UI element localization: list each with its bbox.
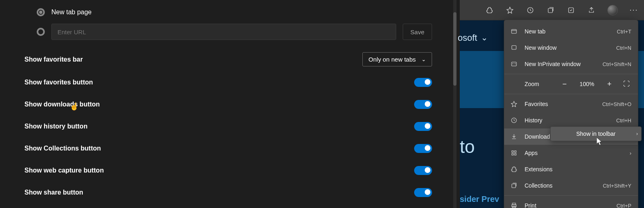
menu-print-label: Print [525, 202, 611, 208]
more-menu-button[interactable]: ··· [629, 6, 638, 15]
label-share-button: Show share button [24, 189, 83, 196]
radio-new-tab-label: New tab page [51, 9, 92, 16]
toggle-share-button[interactable] [414, 188, 432, 197]
profile-avatar[interactable] [607, 5, 618, 15]
svg-rect-3 [512, 29, 516, 33]
menu-collections-label: Collections [525, 182, 597, 189]
page-crumb-text: osoft [458, 33, 477, 43]
radio-new-tab-row[interactable]: New tab page [37, 8, 432, 16]
browser-chrome: ··· osoft ⌄ to sider Prev New tab Ctrl+T… [460, 0, 644, 208]
chevron-down-icon: ⌄ [421, 56, 426, 62]
print-icon [511, 202, 519, 208]
extensions-icon [511, 166, 519, 173]
svg-rect-4 [512, 46, 516, 49]
app-menu: New tab Ctrl+T New window Ctrl+N New InP… [504, 20, 638, 208]
menu-inprivate-window[interactable]: New InPrivate window Ctrl+Shift+N [504, 56, 638, 72]
share-icon[interactable] [587, 6, 596, 15]
svg-rect-14 [513, 206, 516, 208]
row-show-collections-button: Show Collections button [24, 142, 432, 155]
label-favorites-bar: Show favorites bar [24, 56, 83, 63]
radio-custom-url[interactable] [37, 28, 45, 36]
menu-collections-shortcut: Ctrl+Shift+Y [603, 183, 631, 189]
label-web-capture-button: Show web capture button [24, 167, 104, 174]
fullscreen-button[interactable]: ⛶ [622, 80, 631, 88]
row-show-favorites-bar: Show favorites bar Only on new tabs ⌄ [24, 52, 432, 66]
menu-history-shortcut: Ctrl+H [616, 117, 631, 124]
menu-separator [504, 195, 638, 196]
page-text-to: to [460, 137, 475, 157]
inprivate-icon [511, 61, 519, 67]
svg-rect-9 [512, 153, 514, 155]
menu-inprivate-shortcut: Ctrl+Shift+N [602, 61, 631, 67]
settings-panel: New tab page Save Show favorites bar Onl… [0, 0, 457, 208]
submenu-label: Show in toolbar [576, 131, 616, 137]
submenu-show-in-toolbar[interactable]: Show in toolbar › [550, 126, 642, 141]
menu-zoom-label: Zoom [525, 81, 552, 87]
scrollbar-thumb[interactable] [453, 12, 457, 86]
extensions-icon[interactable] [485, 6, 494, 15]
new-tab-icon [511, 28, 519, 35]
favorites-icon[interactable] [505, 6, 514, 15]
star-icon [511, 101, 519, 107]
dropdown-favorites-bar[interactable]: Only on new tabs ⌄ [362, 52, 432, 66]
menu-new-window-label: New window [525, 44, 611, 51]
svg-rect-10 [514, 153, 516, 155]
menu-favorites-shortcut: Ctrl+Shift+O [602, 101, 631, 107]
collections-icon[interactable] [546, 6, 555, 15]
save-button[interactable]: Save [403, 24, 432, 40]
menu-new-window-shortcut: Ctrl+N [616, 45, 631, 51]
collections-icon [511, 182, 519, 189]
menu-new-tab-shortcut: Ctrl+T [617, 29, 631, 35]
page-link-insider[interactable]: sider Prev [460, 195, 499, 204]
row-show-share-button: Show share button [24, 186, 432, 199]
row-show-history-button: Show history button [24, 120, 432, 133]
menu-history[interactable]: History Ctrl+H [504, 112, 638, 128]
menu-favorites-label: Favorites [525, 101, 596, 107]
history-icon [511, 117, 519, 124]
menu-favorites[interactable]: Favorites Ctrl+Shift+O [504, 96, 638, 112]
web-capture-icon[interactable] [567, 6, 576, 15]
menu-apps[interactable]: Apps › [504, 145, 638, 161]
toggle-history-button[interactable] [414, 122, 432, 131]
menu-apps-label: Apps [525, 150, 624, 156]
url-input[interactable] [51, 24, 396, 40]
svg-rect-1 [548, 8, 553, 13]
chevron-right-icon: › [630, 150, 631, 156]
svg-rect-12 [512, 203, 516, 205]
radio-url-row: Save [37, 24, 432, 40]
label-collections-button: Show Collections button [24, 145, 101, 152]
menu-collections[interactable]: Collections Ctrl+Shift+Y [504, 177, 638, 194]
menu-new-tab-label: New tab [525, 28, 611, 35]
zoom-out-button[interactable]: − [558, 80, 571, 89]
dropdown-favorites-bar-value: Only on new tabs [368, 56, 416, 63]
menu-inprivate-label: New InPrivate window [525, 61, 597, 67]
svg-rect-8 [514, 151, 516, 153]
download-icon [511, 133, 519, 140]
row-show-favorites-button: Show favorites button [24, 76, 432, 89]
menu-separator [504, 74, 638, 74]
radio-new-tab[interactable] [37, 8, 45, 16]
chevron-right-icon: › [636, 131, 638, 137]
toggle-favorites-button[interactable] [414, 78, 432, 87]
svg-rect-5 [512, 62, 516, 66]
toggle-collections-button[interactable] [414, 144, 432, 153]
menu-new-window[interactable]: New window Ctrl+N [504, 40, 638, 56]
zoom-in-button[interactable]: + [603, 80, 616, 89]
menu-zoom-row: Zoom − 100% + ⛶ [504, 76, 638, 92]
menu-new-tab[interactable]: New tab Ctrl+T [504, 23, 638, 40]
menu-extensions-label: Extensions [525, 166, 631, 173]
menu-print[interactable]: Print Ctrl+P [504, 197, 638, 208]
toggle-downloads-button[interactable] [414, 100, 432, 109]
svg-rect-11 [512, 184, 516, 188]
scrollbar[interactable] [453, 0, 457, 208]
chevron-down-icon: ⌄ [481, 33, 488, 42]
menu-separator [504, 94, 638, 94]
menu-history-label: History [525, 117, 611, 124]
toolbar: ··· [460, 0, 644, 20]
svg-rect-7 [512, 151, 514, 153]
menu-extensions[interactable]: Extensions [504, 161, 638, 177]
label-favorites-button: Show favorites button [24, 79, 93, 86]
row-show-downloads-button: Show downloads button [24, 98, 432, 111]
history-icon[interactable] [526, 6, 535, 15]
toggle-web-capture-button[interactable] [414, 166, 432, 175]
